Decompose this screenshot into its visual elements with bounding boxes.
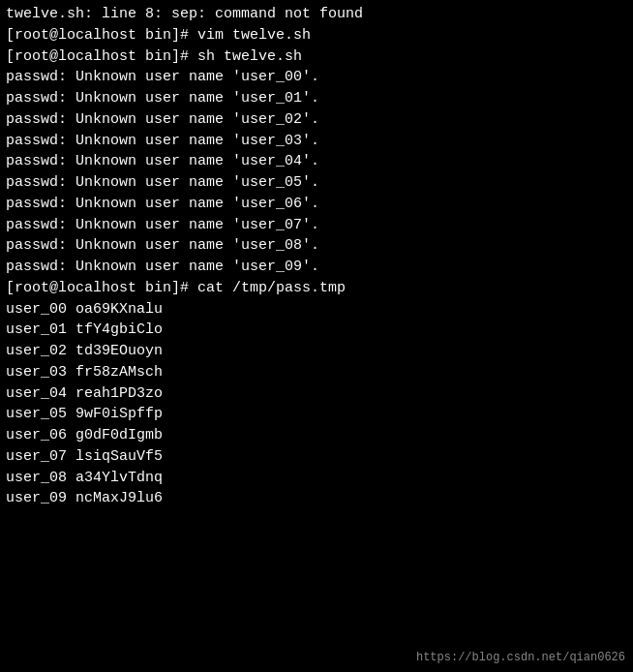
terminal-line: passwd: Unknown user name 'user_04'. xyxy=(6,151,627,172)
terminal-line: user_01 tfY4gbiClo xyxy=(6,320,627,341)
terminal-line: user_02 td39EOuoyn xyxy=(6,341,627,362)
terminal-line: user_09 ncMaxJ9lu6 xyxy=(6,488,627,509)
terminal-line: user_03 fr58zAMsch xyxy=(6,362,627,383)
terminal-line: passwd: Unknown user name 'user_05'. xyxy=(6,172,627,194)
terminal-line: user_00 oa69KXnalu xyxy=(6,299,627,321)
terminal-line: passwd: Unknown user name 'user_06'. xyxy=(6,194,627,215)
watermark: https://blog.csdn.net/qian0626 xyxy=(416,651,625,664)
terminal-line: passwd: Unknown user name 'user_07'. xyxy=(6,215,627,236)
terminal-line: [root@localhost bin]# sh twelve.sh xyxy=(6,46,627,68)
terminal-line: passwd: Unknown user name 'user_00'. xyxy=(6,67,627,88)
terminal-line: twelve.sh: line 8: sep: command not foun… xyxy=(6,4,627,25)
terminal-window: twelve.sh: line 8: sep: command not foun… xyxy=(0,0,633,672)
terminal-line: passwd: Unknown user name 'user_03'. xyxy=(6,131,627,152)
terminal-line: user_05 9wF0iSpffp xyxy=(6,404,627,425)
terminal-line: [root@localhost bin]# cat /tmp/pass.tmp xyxy=(6,278,627,299)
terminal-line: [root@localhost bin]# vim twelve.sh xyxy=(6,25,627,46)
terminal-line: passwd: Unknown user name 'user_08'. xyxy=(6,235,627,257)
terminal-line: passwd: Unknown user name 'user_02'. xyxy=(6,109,627,131)
terminal-line: passwd: Unknown user name 'user_09'. xyxy=(6,257,627,278)
terminal-line: user_06 g0dF0dIgmb xyxy=(6,425,627,446)
terminal-line: passwd: Unknown user name 'user_01'. xyxy=(6,88,627,109)
terminal-line: user_08 a34YlvTdnq xyxy=(6,468,627,489)
terminal-line: user_04 reah1PD3zo xyxy=(6,383,627,405)
terminal-line: user_07 lsiqSauVf5 xyxy=(6,446,627,468)
